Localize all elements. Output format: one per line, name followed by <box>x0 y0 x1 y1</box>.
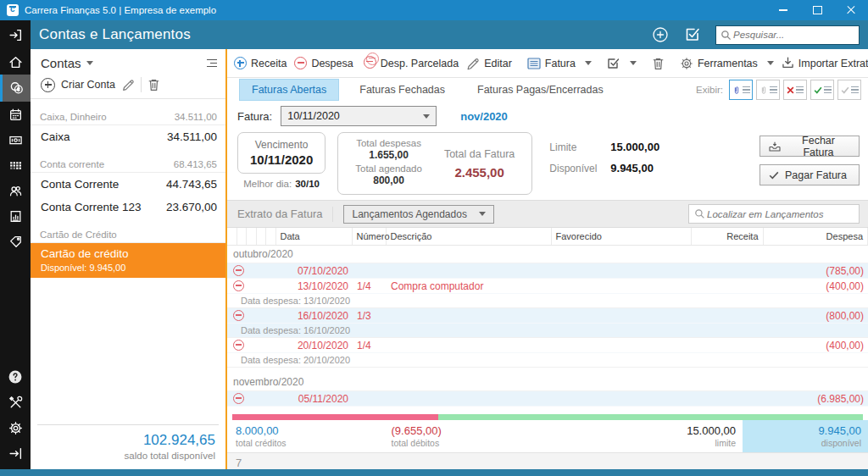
sidebar-item-tools[interactable] <box>0 390 31 415</box>
global-search[interactable] <box>715 25 860 45</box>
account-group-header: Caixa, Dinheiro34.511,00 <box>31 109 225 125</box>
plus-circle-icon <box>234 57 247 69</box>
sidebar-item-settings[interactable] <box>0 415 31 440</box>
exibir-checked-button[interactable] <box>810 80 834 100</box>
desp-parcelada-button[interactable]: Desp. Parcelada <box>361 56 459 71</box>
sidebar-item-report[interactable] <box>0 203 31 229</box>
titlebar: Carrera Finanças 5.0 | Empresa de exempl… <box>0 0 868 20</box>
table-row[interactable]: 05/11/2020(6.985,00) <box>227 391 868 407</box>
import-download-icon <box>782 57 794 69</box>
col-despesa[interactable]: Despesa <box>764 228 868 245</box>
despesa-button[interactable]: Despesa <box>294 57 353 69</box>
maximize-button[interactable] <box>800 0 834 20</box>
editar-button[interactable]: Editar <box>466 57 512 70</box>
delete-account-icon[interactable] <box>147 78 160 91</box>
receita-button[interactable]: Receita <box>234 57 287 69</box>
vencimento-card: Vencimento 10/11/2020 <box>237 132 326 174</box>
search-icon <box>694 208 705 219</box>
accounts-panel-title[interactable]: Contas <box>41 56 81 70</box>
col-numero[interactable]: Número <box>353 228 387 245</box>
fatura-menu-button[interactable]: Fatura <box>527 58 592 69</box>
account-group-header: Conta corrente68.413,65 <box>31 157 225 173</box>
divider <box>332 207 333 222</box>
edit-account-icon[interactable] <box>121 78 135 91</box>
limite-summary: 15.000,00 limite <box>680 420 743 452</box>
list-lines-icon <box>796 86 804 94</box>
table-header: Data Número Descrição Favorecido Receita… <box>227 228 868 246</box>
col-favorecido[interactable]: Favorecido <box>552 228 692 245</box>
help-icon <box>8 369 23 385</box>
close-button[interactable] <box>834 0 868 20</box>
col-data[interactable]: Data <box>276 228 353 245</box>
invoice-selector-row: Fatura: 10/11/2020 nov/2020 <box>227 102 868 130</box>
exibir-check-gray-button[interactable] <box>837 80 861 100</box>
table-row[interactable]: 13/10/20201/4Compra computador(400,00) <box>227 279 868 294</box>
pencil-icon <box>466 57 480 70</box>
tab-faturas-pagas[interactable]: Faturas Pagas/Encerradas <box>465 80 615 100</box>
credit-usage-bar <box>232 414 863 420</box>
despesa-row-icon <box>233 340 244 351</box>
chevron-down-icon <box>479 212 486 216</box>
invoice-tabs: Faturas Abertas Faturas Fechadas Faturas… <box>227 78 868 102</box>
check-icon <box>769 171 779 180</box>
delete-button[interactable] <box>652 57 665 70</box>
table-row[interactable]: 16/10/20201/3(800,00) <box>227 308 868 324</box>
col-descricao[interactable]: Descrição <box>387 228 552 245</box>
sidebar-item-exit-door[interactable] <box>0 20 31 49</box>
transactions-search-input[interactable] <box>705 208 854 220</box>
pagar-fatura-button[interactable]: Pagar Fatura <box>760 164 860 185</box>
sidebar-item-grid[interactable] <box>0 152 31 178</box>
create-account-icon <box>41 78 55 92</box>
minimize-button[interactable] <box>766 0 800 20</box>
accounts-panel: Contas Criar Conta Caixa, Dinheiro34.51 <box>31 49 227 469</box>
sidebar-item-users[interactable] <box>0 178 31 203</box>
sidebar-item-tags[interactable] <box>0 229 31 254</box>
debit-bar-segment <box>232 414 438 420</box>
account-item-cartao-credito-selected[interactable]: Cartão de crédito Disponível: 9.945,00 <box>31 243 225 278</box>
col-receita[interactable]: Receita <box>692 228 764 245</box>
home-icon <box>8 55 23 69</box>
list-lines-icon <box>824 86 832 94</box>
account-filter-button[interactable] <box>207 59 217 68</box>
exibir-unchecked-button[interactable] <box>783 80 807 100</box>
account-item-conta-corrente-123[interactable]: Conta Corrente 12323.670,00 <box>31 196 225 219</box>
sidebar-item-accounts[interactable] <box>0 75 31 102</box>
total-balance-value: 102.924,65 <box>37 432 215 449</box>
tasks-button[interactable] <box>683 25 702 44</box>
list-lines-icon <box>770 86 777 94</box>
account-item-caixa[interactable]: Caixa34.511,00 <box>31 125 225 148</box>
list-lines-icon <box>851 86 859 94</box>
ferramentas-button[interactable]: Ferramentas <box>680 57 774 70</box>
sidebar-item-logout[interactable] <box>0 440 31 466</box>
exibir-label: Exibir: <box>696 85 723 95</box>
tab-faturas-fechadas[interactable]: Faturas Fechadas <box>348 80 457 100</box>
page-title: Contas e Lançamentos <box>39 26 191 43</box>
extrato-bar: Extrato da Fatura Lançamentos Agendados <box>227 200 868 228</box>
lancamentos-filter-select[interactable]: Lançamentos Agendados <box>343 205 493 224</box>
main-area: Receita Despesa Desp. Parcelada Editar F… <box>227 49 868 469</box>
close-icon <box>847 6 855 14</box>
tab-faturas-abertas[interactable]: Faturas Abertas <box>239 79 339 101</box>
total-creditos: 8.000,00 total créditos <box>229 420 293 452</box>
account-item-conta-corrente[interactable]: Conta Corrente44.743,65 <box>31 173 225 196</box>
table-row[interactable]: 07/10/2020(785,00) <box>227 263 868 279</box>
sidebar-item-home[interactable] <box>0 49 31 75</box>
grid-table-icon <box>8 158 23 173</box>
total-balance-label: saldo total disponível <box>37 451 215 461</box>
create-account-button[interactable]: Criar Conta <box>61 79 115 91</box>
add-button[interactable] <box>651 25 670 44</box>
exibir-attachments-gray-button[interactable] <box>756 80 780 100</box>
fatura-select[interactable]: 10/11/2020 <box>281 106 437 126</box>
sidebar-item-help[interactable] <box>0 364 31 390</box>
select-mode-button[interactable] <box>607 58 637 69</box>
despesa-row-icon <box>233 265 244 276</box>
sidebar-item-calendar[interactable] <box>0 102 31 127</box>
checkbox-icon <box>684 26 701 43</box>
transactions-search[interactable] <box>688 204 860 224</box>
exibir-attachments-blue-button[interactable] <box>729 80 753 100</box>
fechar-fatura-button[interactable]: Fechar Fatura <box>760 136 860 157</box>
importar-extrato-button[interactable]: Importar Extrato <box>782 57 868 69</box>
table-row[interactable]: 20/10/20201/4(400,00) <box>227 338 868 353</box>
global-search-input[interactable] <box>732 29 854 41</box>
sidebar-item-banknote[interactable] <box>0 127 31 152</box>
